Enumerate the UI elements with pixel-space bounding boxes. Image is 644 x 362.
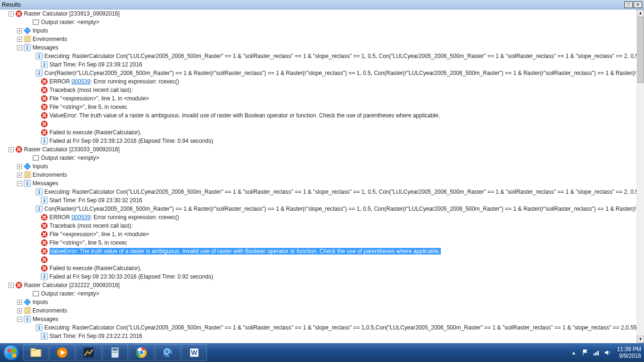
- tree-item-label: Environments: [33, 36, 67, 42]
- tree-toggle[interactable]: −: [17, 317, 22, 322]
- svg-point-69: [27, 317, 28, 318]
- tree-item-label: Executing: RasterCalculator Con("LULCyea…: [44, 324, 636, 331]
- tree-toggle[interactable]: +: [17, 300, 22, 305]
- start-button[interactable]: [0, 343, 23, 362]
- tree-item-label: Raster Calculator [233033_09092016]: [24, 146, 120, 153]
- taskbar-word[interactable]: W: [182, 344, 207, 361]
- message-line[interactable]: [0, 255, 636, 264]
- message-line[interactable]: File "<expression>", line 1, in <module>: [0, 230, 636, 239]
- output-raster-item[interactable]: Output raster: <empty>: [0, 289, 636, 298]
- tree-toggle[interactable]: +: [17, 28, 22, 33]
- output-raster-item[interactable]: Output raster: <empty>: [0, 154, 636, 162]
- info-icon: [41, 273, 48, 280]
- svg-rect-31: [33, 156, 39, 160]
- inputs-item[interactable]: +Inputs: [0, 26, 636, 35]
- error-icon: [41, 256, 48, 263]
- svg-rect-10: [27, 47, 28, 49]
- svg-rect-102: [598, 351, 599, 355]
- taskbar-app-dark[interactable]: [76, 344, 101, 361]
- result-entry[interactable]: −Raster Calculator [232222_09092016]: [0, 281, 636, 289]
- error-code-link[interactable]: 000539: [72, 78, 91, 85]
- taskbar-calculator[interactable]: [102, 344, 128, 361]
- message-line[interactable]: File "<expression>", line 1, in <module>: [0, 94, 636, 103]
- svg-point-58: [44, 275, 45, 276]
- message-line[interactable]: Executing: RasterCalculator Con("LULCyea…: [0, 52, 636, 60]
- tray-date: 9/9/2016: [617, 353, 641, 359]
- message-line[interactable]: Executing: RasterCalculator Con("LULCyea…: [0, 323, 636, 332]
- tree-item-label: Traceback (most recent call last):: [50, 222, 132, 229]
- taskbar-chrome[interactable]: [129, 344, 154, 361]
- scroll-thumb[interactable]: [637, 17, 644, 83]
- environments-item[interactable]: +Environments: [0, 171, 636, 179]
- svg-marker-103: [605, 350, 608, 355]
- inputs-icon: [24, 27, 31, 34]
- svg-rect-19: [39, 73, 40, 75]
- scroll-down-arrow[interactable]: ▼: [637, 336, 644, 343]
- message-line[interactable]: Failed to execute (RasterCalculator).: [0, 128, 636, 137]
- tray-network-icon[interactable]: [592, 348, 601, 357]
- message-line[interactable]: Start Time: Fri Sep 09 23:22:21 2016: [0, 332, 636, 340]
- tray-volume-icon[interactable]: [603, 348, 612, 357]
- messages-item[interactable]: −Messages: [0, 43, 636, 52]
- message-line[interactable]: Failed at Fri Sep 09 23:30:33 2016 (Elap…: [0, 272, 636, 281]
- message-line[interactable]: ERROR 000539: Error running expression: …: [0, 213, 636, 222]
- message-line[interactable]: File "<string>", line 5, in rcexec: [0, 103, 636, 111]
- taskbar-explorer[interactable]: [23, 344, 49, 361]
- message-line[interactable]: ValueError: The truth value of a raster …: [0, 247, 636, 255]
- tray-clock[interactable]: 11:39 PM 9/9/2016: [617, 346, 641, 359]
- inputs-item[interactable]: +Inputs: [0, 162, 636, 171]
- scroll-up-arrow[interactable]: ▲: [637, 9, 644, 17]
- message-line[interactable]: Traceback (most recent call last):: [0, 222, 636, 230]
- tree-toggle[interactable]: +: [17, 173, 22, 178]
- environments-item[interactable]: +Environments: [0, 306, 636, 315]
- tree-item-label: Start Time: Fri Sep 09 23:39:12 2016: [50, 61, 142, 68]
- svg-rect-1: [33, 20, 39, 25]
- messages-item[interactable]: −Messages: [0, 179, 636, 188]
- message-line[interactable]: Executing: RasterCalculator Con("LULCyea…: [0, 188, 636, 196]
- svg-rect-89: [115, 352, 116, 353]
- result-entry[interactable]: −Raster Calculator [233033_09092016]: [0, 145, 636, 154]
- info-icon: [41, 332, 48, 340]
- tree-item-label: File "<string>", line 5, in rcexec: [50, 104, 127, 110]
- tree-toggle[interactable]: +: [17, 37, 22, 42]
- error-icon: [41, 214, 48, 221]
- vertical-scrollbar[interactable]: ▲ ▼: [636, 9, 644, 343]
- taskbar-mediaplayer[interactable]: [50, 344, 75, 361]
- info-icon: [41, 61, 48, 68]
- inputs-item[interactable]: +Inputs: [0, 298, 636, 306]
- message-line[interactable]: Failed to execute (RasterCalculator).: [0, 264, 636, 272]
- message-line[interactable]: Failed at Fri Sep 09 23:39:13 2016 (Elap…: [0, 137, 636, 145]
- messages-item[interactable]: −Messages: [0, 315, 636, 323]
- message-line[interactable]: Start Time: Fri Sep 09 23:39:12 2016: [0, 60, 636, 69]
- tray-show-hidden-icon[interactable]: ▴: [570, 348, 578, 357]
- tray-flag-icon[interactable]: [581, 348, 589, 357]
- result-entry[interactable]: −Raster Calculator [233913_09092016]: [0, 9, 636, 18]
- tree-toggle[interactable]: +: [17, 308, 22, 313]
- tree-toggle[interactable]: +: [17, 164, 22, 169]
- title-bar: Results □ ✕: [0, 0, 644, 9]
- message-line[interactable]: Traceback (most recent call last):: [0, 86, 636, 94]
- taskbar: W ▴ 11:39 PM 9/9/2016: [0, 343, 644, 362]
- tree-toggle[interactable]: −: [8, 11, 14, 16]
- message-line[interactable]: ValueError: The truth value of a raster …: [0, 111, 636, 120]
- message-line[interactable]: [0, 120, 636, 128]
- taskbar-arccatalog[interactable]: [155, 344, 181, 361]
- tree-toggle[interactable]: −: [17, 181, 22, 186]
- maximize-button[interactable]: □: [624, 1, 633, 8]
- messages-icon: [24, 44, 31, 51]
- message-line[interactable]: File "<string>", line 5, in rcexec: [0, 239, 636, 247]
- close-button[interactable]: ✕: [634, 1, 642, 8]
- error-code-link[interactable]: 000539: [72, 214, 91, 221]
- tree-toggle[interactable]: −: [8, 283, 14, 288]
- tree-item-label: ERROR 000539: Error running expression: …: [50, 214, 179, 221]
- tree-toggle[interactable]: −: [8, 147, 14, 152]
- error-icon: [41, 230, 48, 238]
- message-line[interactable]: Con(Raster(r"LULCyear2005_2006_500m_Rast…: [0, 69, 636, 77]
- environments-item[interactable]: +Environments: [0, 35, 636, 43]
- svg-point-15: [44, 63, 45, 64]
- output-raster-item[interactable]: Output raster: <empty>: [0, 18, 636, 26]
- message-line[interactable]: Start Time: Fri Sep 09 23:30:32 2016: [0, 196, 636, 205]
- tree-toggle[interactable]: −: [17, 45, 22, 50]
- message-line[interactable]: Con(Raster(r"LULCyear2005_2006_500m_Rast…: [0, 205, 636, 213]
- message-line[interactable]: ERROR 000539: Error running expression: …: [0, 77, 636, 86]
